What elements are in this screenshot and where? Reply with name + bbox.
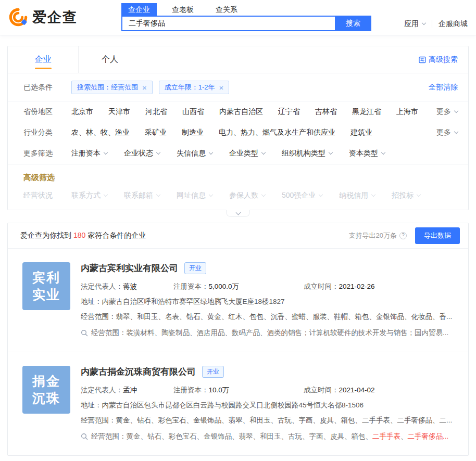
chevron-down-icon	[104, 193, 108, 197]
brand-name: 爱企查	[32, 8, 78, 27]
filter-option[interactable]: 电力、热力、燃气及水生产和供应业	[219, 128, 335, 137]
avatar-text: 捐金	[32, 373, 60, 390]
chevron-down-icon	[261, 193, 266, 197]
company-fields: 法定代表人：孟冲注册资本：10.0万成立时间：2021-04-02	[81, 386, 456, 395]
filter-option[interactable]: 农、林、牧、渔业	[71, 128, 130, 137]
nav-apps[interactable]: 应用	[404, 19, 425, 29]
filter-option[interactable]: 上海市	[396, 107, 418, 117]
company-field: 注册资本：10.0万	[173, 386, 304, 395]
header-tab-company[interactable]: 查企业	[121, 3, 157, 16]
company-title-row: 内蒙古宾利实业有限公司 开业	[81, 262, 456, 274]
filter-tab-company[interactable]: 企业	[8, 46, 79, 73]
filter-option[interactable]: 辽宁省	[278, 107, 300, 117]
advanced-filter-dropdown[interactable]: 纳税信用	[339, 191, 375, 200]
advanced-search-label: 高级搜索	[429, 55, 458, 65]
export-area: 支持导出20万条 ? 导出数据	[349, 227, 460, 244]
chevron-down-icon	[209, 193, 213, 197]
search-icon	[81, 433, 88, 440]
help-icon[interactable]: ?	[399, 232, 407, 239]
company-name-link[interactable]: 内蒙古宾利实业有限公司	[81, 262, 178, 274]
company-field: 注册资本：5,000.0万	[173, 282, 304, 291]
search-row: 搜索	[121, 16, 371, 31]
header-search-tabs: 查企业查老板查关系	[121, 3, 371, 16]
filter-option[interactable]: 内蒙古自治区	[219, 107, 263, 117]
company-scope: 经营范围：翡翠、和田玉、名表、钻石、黄金、红木、包包、沉香、蜜蜡、服装、鞋帽、箱…	[81, 312, 456, 322]
brand-logo-icon	[8, 7, 28, 27]
chevron-down-icon	[156, 193, 160, 197]
chip-close-icon[interactable]: ×	[142, 84, 147, 92]
filter-tabs-row: 企业个人 高级搜索	[8, 46, 468, 73]
collapse-panel-button[interactable]	[226, 210, 250, 217]
filter-option[interactable]: 天津市	[108, 107, 130, 117]
advanced-filter-dropdown[interactable]: 500强企业	[282, 191, 322, 200]
company-card-body: 内蒙古捐金沉珠商贸有限公司 开业 法定代表人：孟冲注册资本：10.0万成立时间：…	[81, 366, 456, 441]
chevron-down-icon	[329, 150, 333, 155]
company-field: 法定代表人：蒋波	[81, 282, 173, 291]
advanced-filter-title: 高级筛选	[8, 164, 468, 185]
filter-panel: 企业个人 高级搜索 已选条件 搜索范围：经营范围×成立年限：1-2年× 全部清除…	[7, 46, 469, 210]
filter-dropdown[interactable]: 失信信息	[177, 149, 212, 158]
export-data-button[interactable]: 导出数据	[415, 227, 460, 244]
filter-option[interactable]: 建筑业	[350, 128, 372, 137]
advanced-search-icon	[419, 56, 426, 63]
filter-dropdown[interactable]: 组织机构类型	[282, 149, 332, 158]
filter-option[interactable]: 黑龙江省	[352, 107, 381, 117]
search-button[interactable]: 搜索	[335, 16, 371, 31]
company-scope-match-text: 经营范围：装潢材料、陶瓷制品、酒店用品、数码产品、酒类的销售；计算机软硬件的技术…	[91, 328, 448, 338]
company-card: 捐金沉珠 内蒙古捐金沉珠商贸有限公司 开业 法定代表人：孟冲注册资本：10.0万…	[8, 352, 468, 455]
search-input[interactable]	[121, 16, 335, 31]
filter-option[interactable]: 制造业	[182, 128, 204, 137]
brand-logo[interactable]: 爱企查	[8, 7, 78, 27]
filter-dropdown[interactable]: 资本类型	[349, 149, 385, 158]
selected-filter-chip: 成立年限：1-2年×	[159, 81, 230, 94]
selected-conditions-label: 已选条件	[23, 83, 71, 92]
search-icon	[81, 329, 88, 337]
avatar-text: 宾利	[32, 269, 60, 286]
more-filters-label: 更多筛选	[23, 149, 71, 158]
chevron-down-icon	[381, 150, 385, 155]
company-title-row: 内蒙古捐金沉珠商贸有限公司 开业	[81, 366, 456, 378]
clear-all-button[interactable]: 全部清除	[429, 83, 458, 92]
results-header: 爱企查为你找到180家符合条件的企业 支持导出20万条 ? 导出数据	[8, 223, 468, 249]
advanced-filter-dropdown[interactable]: 联系方式	[71, 191, 107, 200]
nav-mall[interactable]: 企服商城	[439, 19, 468, 29]
header-nav: 应用 企服商城	[404, 19, 468, 29]
filter-dropdown[interactable]: 企业状态	[124, 149, 160, 158]
chip-close-icon[interactable]: ×	[219, 84, 224, 92]
results-summary: 爱企查为你找到180家符合条件的企业	[20, 231, 146, 240]
filter-option[interactable]: 山西省	[182, 107, 204, 117]
advanced-filter-dropdown[interactable]: 网址信息	[177, 191, 212, 200]
header-tab-boss[interactable]: 查老板	[165, 3, 201, 16]
results-panel: 爱企查为你找到180家符合条件的企业 支持导出20万条 ? 导出数据 宾利实业 …	[7, 223, 469, 456]
chevron-down-icon	[371, 193, 375, 197]
filter-dropdown[interactable]: 企业类型	[229, 149, 265, 158]
advanced-filter-dropdown[interactable]: 联系邮箱	[124, 191, 160, 200]
filter-option[interactable]: 北京市	[71, 107, 93, 117]
filter-option[interactable]: 河北省	[145, 107, 167, 117]
company-address: 地址：内蒙古自治区包头市昆都仑区白云路与校园路交叉口北侧校园路45号恒大名都8-…	[81, 401, 456, 410]
filter-row-industry: 行业分类农、林、牧、渔业采矿业制造业电力、热力、燃气及水生产和供应业建筑业更多	[8, 122, 468, 143]
company-status-badge: 开业	[202, 366, 224, 378]
more-button[interactable]: 更多	[436, 107, 458, 117]
filter-option[interactable]: 吉林省	[315, 107, 337, 117]
company-scope-match: 经营范围：黄金、钻石、彩色宝石、金银饰品、翡翠、和田玉、古玩、字画、皮具、箱包、…	[81, 432, 456, 441]
company-status-badge: 开业	[184, 262, 206, 274]
filter-tab-person[interactable]: 个人	[79, 46, 141, 73]
company-avatar[interactable]: 捐金沉珠	[22, 366, 70, 414]
company-name-link[interactable]: 内蒙古捐金沉珠商贸有限公司	[81, 366, 196, 378]
company-scope-match-text: 经营范围：黄金、钻石、彩色宝石、金银饰品、翡翠、和田玉、古玩、字画、皮具、箱包、…	[91, 432, 448, 441]
nav-apps-label: 应用	[404, 19, 419, 29]
more-filter-items: 注册资本企业状态失信信息企业类型组织机构类型资本类型	[71, 149, 402, 158]
chevron-down-icon	[261, 150, 266, 155]
filter-dropdown[interactable]: 注册资本	[71, 149, 107, 158]
export-hint: 支持导出20万条	[349, 231, 397, 240]
company-avatar[interactable]: 宾利实业	[22, 262, 70, 310]
advanced-filter-dropdown[interactable]: 参保人数	[229, 191, 265, 200]
company-address: 地址：内蒙古自治区呼和浩特市赛罕区绿地腾飞大厦E座18楼1827	[81, 297, 456, 306]
more-button[interactable]: 更多	[436, 128, 458, 137]
advanced-filter-dropdown[interactable]: 招投标	[392, 191, 420, 200]
top-header: 爱企查 查企业查老板查关系 搜索 应用 企服商城	[0, 0, 476, 35]
header-tab-relation[interactable]: 查关系	[209, 3, 244, 16]
filter-option[interactable]: 采矿业	[145, 128, 167, 137]
advanced-search-link[interactable]: 高级搜索	[419, 55, 458, 65]
